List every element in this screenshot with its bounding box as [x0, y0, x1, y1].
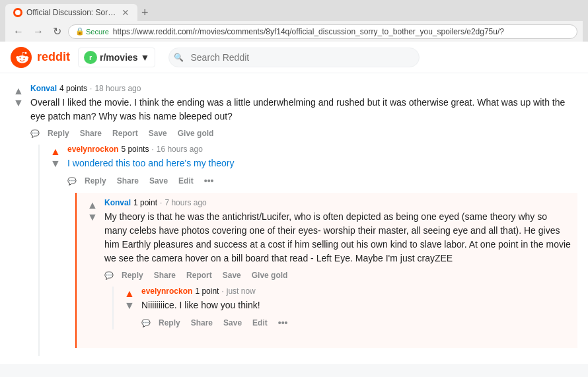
reddit-header: reddit r r/movies ▼ [0, 42, 588, 73]
save-button-c3[interactable]: Save [220, 269, 244, 281]
vote-col-c1: ▲ ▼ [11, 84, 26, 364]
share-button-c4[interactable]: Share [188, 317, 215, 329]
back-button[interactable]: ← [11, 24, 26, 39]
comment-actions-c3: 💬 Reply Share Report Save Give gold [104, 269, 572, 281]
comment-points-c2: 5 points [121, 145, 149, 154]
browser-chrome: Official Discussion: Sorry to Bo ✕ + ← →… [0, 0, 588, 42]
comment-body-c2: evelynrockon 5 points · 16 hours ago I w… [63, 145, 577, 356]
reply-icon-c2: 💬 [67, 177, 77, 186]
comment-time-c1: 18 hours ago [94, 84, 141, 93]
comment-actions-c1: 💬 Reply Share Report Save Give gold [30, 127, 577, 139]
browser-tab-active[interactable]: Official Discussion: Sorry to Bo ✕ [5, 4, 137, 21]
upvote-c3[interactable]: ▲ [87, 199, 98, 211]
comment-meta-c3: Konval 1 point · 7 hours ago [104, 198, 572, 207]
comment-time-c3: 7 hours ago [165, 198, 206, 207]
save-button-c2[interactable]: Save [147, 175, 170, 187]
subreddit-name: r/movies [100, 52, 138, 63]
downvote-c4[interactable]: ▼ [124, 300, 135, 312]
comment-time-c4: just now [227, 287, 256, 296]
tab-close-button[interactable]: ✕ [122, 8, 129, 17]
report-button-c3[interactable]: Report [184, 269, 215, 281]
save-button-c4[interactable]: Save [221, 317, 244, 329]
browser-toolbar: ← → ↻ 🔒 Secure https://www.reddit.com/r/… [5, 21, 583, 42]
comment-author-c4: evelynrockon [141, 287, 192, 296]
reply-icon-c1: 💬 [30, 129, 40, 138]
comment-meta-c1: Konval 4 points · 18 hours ago [30, 84, 577, 93]
search-wrapper [168, 48, 420, 67]
edit-button-c4[interactable]: Edit [250, 317, 270, 329]
comment-points-c4: 1 point [195, 287, 219, 296]
more-button-c4[interactable]: ••• [276, 316, 291, 329]
share-button-c2[interactable]: Share [114, 175, 141, 187]
deeper-replies-c2: ▲ ▼ Konval 1 point · [75, 193, 577, 348]
comment-body-c4: evelynrockon 1 point · just now Niiiiiii… [137, 287, 572, 329]
address-bar[interactable]: 🔒 Secure https://www.reddit.com/r/movies… [68, 24, 577, 39]
comment-c2: ▲ ▼ evelynrockon 5 points · 16 hours ago [48, 145, 577, 356]
comment-body-c3: Konval 1 point · 7 hours ago My theory i… [100, 198, 572, 337]
more-button-c2[interactable]: ••• [202, 174, 217, 188]
url-text: https://www.reddit.com/r/movies/comments… [113, 27, 570, 36]
forward-button[interactable]: → [30, 24, 46, 39]
comment-actions-c2: 💬 Reply Share Save Edit ••• [67, 174, 577, 188]
vote-col-c2: ▲ ▼ [48, 145, 63, 356]
downvote-c1[interactable]: ▼ [13, 97, 24, 109]
reply-button-c3[interactable]: Reply [119, 269, 146, 281]
search-input[interactable] [168, 48, 420, 67]
share-button-c3[interactable]: Share [151, 269, 178, 281]
comment-link-c2[interactable]: I wondered this too and here's my theory [67, 158, 234, 168]
comment-text-c3: My theory is that he was the antichrist/… [104, 210, 572, 265]
comment-author-c2: evelynrockon [67, 145, 118, 154]
comment-points-c1: 4 points [59, 84, 87, 93]
reply-icon-c3: 💬 [104, 271, 114, 280]
new-tab-button[interactable]: + [137, 5, 153, 21]
comment-text-c2: I wondered this too and here's my theory [67, 156, 577, 170]
edit-button-c2[interactable]: Edit [176, 175, 196, 187]
share-button-c1[interactable]: Share [77, 127, 104, 139]
comment-meta-c4: evelynrockon 1 point · just now [141, 287, 572, 296]
svg-point-0 [15, 10, 20, 15]
reply-button-c4[interactable]: Reply [156, 317, 183, 329]
givegold-button-c3[interactable]: Give gold [249, 269, 291, 281]
upvote-c4[interactable]: ▲ [124, 288, 135, 300]
comment-meta-c2: evelynrockon 5 points · 16 hours ago [67, 145, 577, 154]
comment-author-c3: Konval [104, 198, 131, 207]
replies-c1: ▲ ▼ evelynrockon 5 points · 16 hours ago [38, 145, 577, 356]
search-bar-container [168, 48, 420, 67]
save-button-c1[interactable]: Save [146, 127, 170, 139]
reply-c4: ▲ ▼ evelynrockon [122, 287, 572, 329]
comment-c4: ▲ ▼ evelynrockon [122, 287, 572, 329]
secure-badge: 🔒 Secure [75, 27, 109, 36]
downvote-c3[interactable]: ▼ [87, 211, 98, 223]
reply-button-c1[interactable]: Reply [45, 127, 72, 139]
reddit-logo[interactable]: reddit [11, 47, 70, 68]
givegold-button-c1[interactable]: Give gold [175, 127, 217, 139]
tab-title: Official Discussion: Sorry to Bo [26, 8, 118, 17]
subreddit-selector[interactable]: r r/movies ▼ [78, 48, 155, 67]
chevron-down-icon: ▼ [141, 52, 150, 63]
report-button-c1[interactable]: Report [110, 127, 141, 139]
upvote-c2[interactable]: ▲ [50, 146, 61, 158]
comment-time-c2: 16 hours ago [157, 145, 203, 154]
comment-c1: ▲ ▼ Konval 4 points · 18 hours ago Overa… [11, 84, 577, 364]
comment-body-c1: Konval 4 points · 18 hours ago Overall I… [26, 84, 577, 364]
refresh-button[interactable]: ↻ [50, 24, 64, 39]
reply-button-c2[interactable]: Reply [82, 175, 109, 187]
reddit-logo-icon [11, 47, 32, 68]
comment-c3: ▲ ▼ Konval 1 point · [85, 198, 572, 337]
vote-col-c4: ▲ ▼ [122, 287, 137, 329]
deeper-replies-c3: ▲ ▼ evelynrockon [112, 287, 572, 329]
comment-text-c1: Overall I liked the movie. I think the e… [30, 96, 577, 123]
upvote-c1[interactable]: ▲ [13, 85, 24, 97]
reply-c3: ▲ ▼ Konval 1 point · [75, 193, 577, 348]
comment-points-c3: 1 point [133, 198, 157, 207]
browser-tabs: Official Discussion: Sorry to Bo ✕ + [5, 4, 583, 21]
comment-text-c4: Niiiiiiiice. I like how you think! [141, 298, 572, 312]
tab-favicon [13, 8, 22, 17]
reply-icon-c4: 💬 [141, 319, 151, 327]
downvote-c2[interactable]: ▼ [50, 158, 61, 170]
comment-author-c1: Konval [30, 84, 57, 93]
vote-col-c3: ▲ ▼ [85, 198, 100, 337]
comment-actions-c4: 💬 Reply Share Save Edit ••• [141, 316, 572, 329]
reply-c2: ▲ ▼ evelynrockon 5 points · 16 hours ago [48, 145, 577, 356]
reddit-wordmark: reddit [37, 50, 70, 64]
